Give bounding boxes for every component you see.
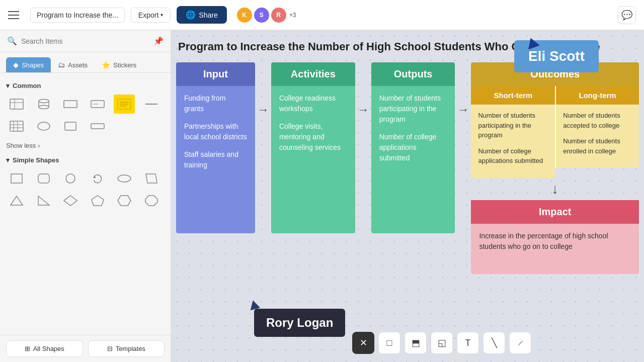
short-term-header: Short-term	[471, 86, 555, 105]
impact-header: Impact	[471, 200, 639, 224]
document-title[interactable]: Program to Increase the...	[30, 8, 125, 23]
shape-pentagon[interactable]	[87, 191, 108, 210]
shape-rounded-rect[interactable]	[33, 169, 54, 188]
shape-square[interactable]	[6, 169, 27, 188]
svg-marker-33	[118, 196, 131, 206]
svg-rect-15	[10, 121, 23, 131]
shape-divider[interactable]	[141, 95, 162, 114]
shape-table[interactable]	[6, 95, 27, 114]
common-section-header[interactable]: ▾ Common	[6, 82, 165, 89]
shape-triangle[interactable]	[6, 191, 27, 210]
diagram: Program to Increase the Number of High S…	[176, 40, 639, 274]
export-arrow-icon: ▾	[160, 12, 163, 18]
outcomes-impact-area: Outcomes Short-term Number of students p…	[471, 62, 639, 274]
rory-logan-label: Rory Logan	[254, 309, 345, 337]
shapes-icon: ◆	[13, 61, 19, 69]
activities-item-1: College readiness workshops	[279, 93, 347, 114]
shape-refresh[interactable]	[87, 169, 108, 188]
outputs-header: Outputs	[371, 62, 455, 86]
shape-wide-rect[interactable]	[60, 95, 81, 114]
outputs-item-2: Number of college applications submitted	[379, 132, 447, 163]
svg-marker-31	[64, 196, 77, 206]
shape-parallelogram[interactable]	[141, 169, 162, 188]
avatar-count: +3	[289, 12, 296, 19]
shadow-rect-tool-button[interactable]: ⬒	[405, 332, 427, 354]
short-term-item-1: Number of students participating in the …	[478, 111, 548, 140]
shape-octagon[interactable]	[141, 191, 162, 210]
tab-stickers-label: Stickers	[113, 61, 136, 69]
main-area: 🔍 📌 ◆ Shapes 🗂 Assets ⭐ Stickers ▾ Commo…	[0, 30, 644, 362]
simple-shapes-arrow-icon: ▾	[6, 156, 10, 164]
shape-input-box[interactable]	[87, 95, 108, 114]
pin-icon[interactable]: 📌	[153, 36, 164, 46]
svg-rect-0	[10, 99, 23, 109]
long-term-column: Long-term Number of students accepted to…	[555, 86, 639, 178]
all-shapes-label: All Shapes	[33, 345, 64, 352]
svg-marker-30	[38, 196, 49, 205]
shape-hexagon[interactable]	[114, 191, 135, 210]
globe-icon: 🌐	[186, 10, 196, 20]
all-shapes-button[interactable]: ⊞ All Shapes	[6, 340, 83, 357]
search-bar: 🔍 📌	[0, 30, 171, 52]
short-term-item-2: Number of college applications submitted	[478, 146, 548, 166]
templates-button[interactable]: ⊟ Templates	[88, 340, 165, 357]
input-item-3: Staff salaries and training	[184, 149, 247, 170]
shape-ellipse[interactable]	[114, 169, 135, 188]
outputs-body: Number of students participating in the …	[371, 86, 455, 233]
tab-assets[interactable]: 🗂 Assets	[51, 57, 95, 72]
svg-marker-28	[146, 174, 157, 183]
svg-rect-22	[91, 124, 104, 129]
show-less-button[interactable]: Show less ›	[6, 140, 40, 151]
tab-stickers[interactable]: ⭐ Stickers	[95, 57, 143, 72]
shape-rect-sm[interactable]	[60, 117, 81, 136]
svg-rect-21	[65, 122, 76, 130]
share-label: Share	[199, 11, 217, 19]
simple-shapes-label: Simple Shapes	[13, 156, 59, 164]
outcomes-sub-columns: Short-term Number of students participat…	[471, 86, 639, 178]
input-column: Input Funding from grants Partnerships w…	[176, 62, 255, 233]
svg-point-20	[38, 122, 50, 130]
shape-rect-wide[interactable]	[87, 117, 108, 136]
shape-circle[interactable]	[60, 169, 81, 188]
bottom-buttons: ⊞ All Shapes ⊟ Templates	[0, 335, 171, 362]
pointer-tool-button[interactable]: ⟋	[509, 332, 531, 354]
shapes-content: ▾ Common	[0, 73, 171, 335]
arrow-activities-outputs: →	[355, 103, 371, 117]
shape-diamond[interactable]	[60, 191, 81, 210]
shape-table2[interactable]	[6, 117, 27, 136]
arrow-input-activities: →	[255, 103, 271, 117]
templates-label: Templates	[116, 345, 145, 352]
export-button[interactable]: Export ▾	[131, 8, 171, 23]
line-tool-button[interactable]: ╲	[483, 332, 505, 354]
share-button[interactable]: 🌐 Share	[177, 6, 226, 24]
search-input[interactable]	[21, 37, 149, 45]
rounded-rect-tool-button[interactable]: ◱	[431, 332, 453, 354]
common-shapes-grid	[6, 95, 165, 136]
tab-shapes[interactable]: ◆ Shapes	[6, 57, 51, 72]
shape-cylinder[interactable]	[33, 95, 54, 114]
shape-oval[interactable]	[33, 117, 54, 136]
activities-column: Activities College readiness workshops C…	[271, 62, 355, 233]
arrow-outcomes-impact: ↓	[471, 178, 639, 200]
all-shapes-icon: ⊞	[25, 345, 30, 352]
shape-right-triangle[interactable]	[33, 191, 54, 210]
collaborator-avatars: K S R +3	[237, 8, 296, 23]
avatar-1: K	[237, 8, 252, 23]
impact-body: Increase in the percentage of high schoo…	[471, 224, 639, 274]
shape-note[interactable]	[114, 95, 135, 114]
show-less-label: Show less	[6, 142, 36, 149]
text-tool-button[interactable]: T	[457, 332, 479, 354]
chat-button[interactable]: 💬	[618, 6, 636, 24]
svg-rect-7	[64, 101, 77, 108]
rect-tool-button[interactable]: □	[378, 332, 400, 354]
long-term-item-2: Number of students enrolled in college	[563, 136, 632, 156]
canvas[interactable]: Eli Scott Program to Increase the Number…	[171, 30, 644, 362]
assets-icon: 🗂	[58, 61, 65, 69]
impact-section: Impact Increase in the percentage of hig…	[471, 200, 639, 274]
close-toolbar-button[interactable]: ✕	[352, 332, 374, 354]
menu-button[interactable]	[8, 7, 24, 23]
avatar-2: S	[254, 8, 269, 23]
input-body: Funding from grants Partnerships with lo…	[176, 86, 255, 233]
simple-shapes-section-header[interactable]: ▾ Simple Shapes	[6, 156, 165, 164]
svg-point-3	[39, 100, 49, 103]
